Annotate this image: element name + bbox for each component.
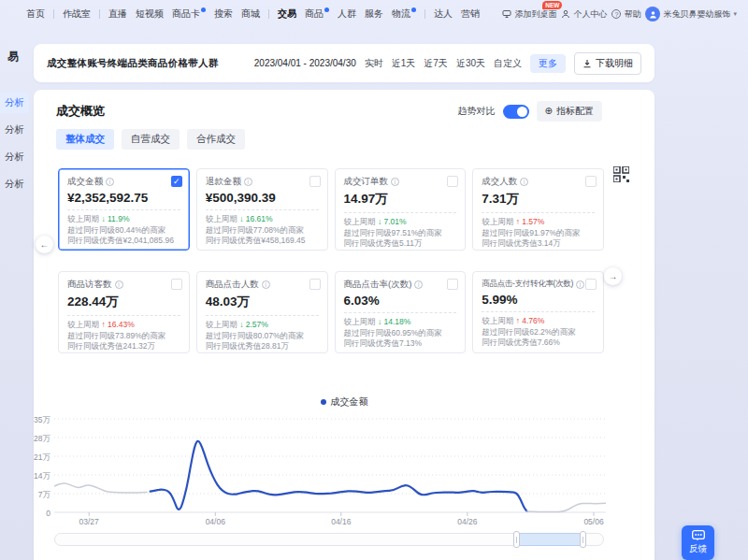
info-icon[interactable]: i xyxy=(414,280,423,289)
sub-tabs: 整体成交 自营成交 合作成交 xyxy=(56,129,245,150)
metric-checkbox[interactable] xyxy=(447,176,458,187)
metric-checkbox[interactable] xyxy=(585,279,597,290)
trend-compare-label: 趋势对比 xyxy=(458,105,496,118)
nav-product-card[interactable]: 商品卡 xyxy=(172,7,206,21)
notification-dot xyxy=(411,7,416,12)
metric-checkbox[interactable] xyxy=(447,279,458,290)
metric-value: 6.03% xyxy=(344,294,457,308)
tab-cooperative-trade[interactable]: 合作成交 xyxy=(187,129,245,150)
metric-title: 成交人数 xyxy=(482,176,517,188)
top-nav: 首页 作战室 直播 短视频 商品卡 搜索 商城 交易 商品 人群 服务 物流 达… xyxy=(0,0,748,28)
chart-legend[interactable]: 成交金额 xyxy=(34,395,654,409)
peer-beat: 超过同行同级77.08%的商家 xyxy=(206,225,319,237)
metric-config-button[interactable]: ⊕ 指标配置 xyxy=(537,101,602,122)
date-range-picker[interactable]: 2023/04/01 - 2023/04/30 xyxy=(254,58,356,68)
range-7d[interactable]: 近7天 xyxy=(424,57,448,70)
metric-checkbox[interactable] xyxy=(309,279,321,290)
metric-cards-row-2: 商品访客数i 228.44万 较上周期 ↑ 16.43% 超过同行同级73.89… xyxy=(58,271,604,353)
change-value: ↑ 16.43% xyxy=(101,320,134,329)
info-icon[interactable]: i xyxy=(520,178,528,186)
change-value: ↑ 4.76% xyxy=(516,316,545,325)
question-icon: ? xyxy=(611,9,621,19)
metric-checkbox-checked[interactable]: ✓ xyxy=(171,176,182,187)
person-icon xyxy=(649,10,657,19)
divider xyxy=(67,315,180,316)
range-realtime[interactable]: 实时 xyxy=(365,57,383,70)
download-icon xyxy=(583,59,592,68)
info-icon[interactable]: i xyxy=(391,178,399,186)
y-axis-labels: 35万28万21万14万7万0 xyxy=(34,416,51,519)
info-icon[interactable]: i xyxy=(244,178,252,186)
sidebar-item-analysis[interactable]: 分析 xyxy=(0,174,29,194)
carousel-left-arrow[interactable]: ← xyxy=(36,236,53,253)
nav-logistics[interactable]: 物流 xyxy=(392,7,416,21)
nav-search[interactable]: 搜索 xyxy=(214,7,233,21)
peer-beat: 超过同行同级73.89%的商家 xyxy=(67,331,180,342)
nav-marketing[interactable]: 营销 xyxy=(461,7,480,21)
info-icon[interactable]: i xyxy=(262,280,270,289)
change-value: ↑ 1.57% xyxy=(516,217,545,226)
nav-warroom[interactable]: 作战室 xyxy=(63,7,91,21)
panel-header-actions: 趋势对比 ⊕ 指标配置 xyxy=(458,101,602,122)
period-label: 较上周期 xyxy=(344,217,376,226)
nav-influencer[interactable]: 达人 xyxy=(434,7,453,21)
nav-service[interactable]: 服务 xyxy=(365,7,383,21)
metric-value: ¥2,352,592.75 xyxy=(67,191,180,205)
nav-audience[interactable]: 人群 xyxy=(338,7,356,21)
speech-bubble-icon xyxy=(692,530,705,541)
peer-beat: 超过同行同级97.51%的商家 xyxy=(344,228,457,239)
sidebar-item-analysis[interactable]: 分析 xyxy=(0,147,29,167)
slider-selection[interactable] xyxy=(516,533,583,546)
range-1d[interactable]: 近1天 xyxy=(392,57,416,70)
tab-self-operated-trade[interactable]: 自营成交 xyxy=(122,129,180,150)
divider xyxy=(482,212,595,213)
metric-value: 228.44万 xyxy=(67,294,180,310)
sidebar-item-analysis-active[interactable]: 分析 xyxy=(0,93,29,113)
metric-card-buyer-count[interactable]: 成交人数i 7.31万 较上周期 ↑ 1.57% 超过同行同级91.97%的商家… xyxy=(472,168,604,251)
download-detail-button[interactable]: 下载明细 xyxy=(574,52,641,75)
nav-product[interactable]: 商品 xyxy=(305,7,329,21)
info-icon[interactable]: i xyxy=(115,280,123,289)
metric-card-refund[interactable]: 退款金额i ¥500,390.39 较上周期 ↓ 16.61% 超过同行同级77… xyxy=(196,168,328,251)
trend-compare-toggle[interactable] xyxy=(503,105,529,119)
info-icon[interactable]: i xyxy=(106,178,114,186)
period-label: 较上周期 xyxy=(206,214,237,223)
nav-live[interactable]: 直播 xyxy=(108,7,127,21)
trend-line-chart[interactable] xyxy=(54,416,606,519)
metric-card-order-count[interactable]: 成交订单数i 14.97万 较上周期 ↓ 7.01% 超过同行同级97.51%的… xyxy=(335,168,467,251)
slider-handle-right[interactable] xyxy=(580,531,586,548)
metric-checkbox[interactable] xyxy=(171,279,182,290)
tab-overall-trade[interactable]: 整体成交 xyxy=(56,129,114,150)
nav-mall[interactable]: 商城 xyxy=(241,7,260,21)
nav-short-video[interactable]: 短视频 xyxy=(136,7,164,21)
trade-overview-panel: 成交概览 趋势对比 ⊕ 指标配置 整体成交 自营成交 合作成交 成交金额i ✓ … xyxy=(34,90,654,560)
slider-handle-left[interactable] xyxy=(513,531,520,548)
metric-card-product-clickers[interactable]: 商品点击人数i 48.03万 较上周期 ↓ 2.57% 超过同行同级80.07%… xyxy=(196,271,328,353)
qr-code-icon[interactable] xyxy=(613,166,629,182)
metric-title: 成交金额 xyxy=(67,176,103,188)
add-to-desktop-button[interactable]: 添加到桌面 NEW xyxy=(502,8,556,21)
chart-zoom-slider[interactable] xyxy=(54,533,604,546)
chevron-down-icon: ▾ xyxy=(733,10,737,18)
metric-card-click-rate[interactable]: 商品点击率(次数)i 6.03% 较上周期 ↓ 14.18% 超过同行同级60.… xyxy=(335,271,467,353)
more-button[interactable]: 更多 xyxy=(530,54,566,73)
account-menu[interactable]: 米兔贝鼻婴幼服饰 ▾ xyxy=(645,7,737,22)
section-title: 成交概览 xyxy=(56,103,105,120)
help-button[interactable]: ? 帮助 xyxy=(611,8,640,21)
carousel-right-arrow[interactable]: → xyxy=(604,267,622,285)
feedback-button[interactable]: 反馈 xyxy=(682,525,714,560)
metric-card-product-visitors[interactable]: 商品访客数i 228.44万 较上周期 ↑ 16.43% 超过同行同级73.89… xyxy=(58,271,190,353)
filter-dimensions: 成交整体账号终端品类商品价格带人群 xyxy=(47,57,219,70)
metric-card-click-pay-conversion[interactable]: 商品点击-支付转化率(次数)i 5.99% 较上周期 ↑ 4.76% 超过同行同… xyxy=(472,271,604,353)
nav-home[interactable]: 首页 xyxy=(26,7,45,21)
range-30d[interactable]: 近30天 xyxy=(456,57,485,70)
metric-card-gmv[interactable]: 成交金额i ✓ ¥2,352,592.75 较上周期 ↓ 11.9% 超过同行同… xyxy=(58,168,190,251)
legend-label: 成交金额 xyxy=(331,395,368,409)
info-icon[interactable]: i xyxy=(576,280,584,289)
range-custom[interactable]: 自定义 xyxy=(494,57,522,70)
nav-trade-active[interactable]: 交易 xyxy=(278,7,296,21)
metric-checkbox[interactable] xyxy=(309,176,321,187)
metric-checkbox[interactable] xyxy=(585,176,597,187)
sidebar-item-analysis[interactable]: 分析 xyxy=(0,120,29,140)
profile-center-button[interactable]: 个人中心 xyxy=(561,8,607,21)
